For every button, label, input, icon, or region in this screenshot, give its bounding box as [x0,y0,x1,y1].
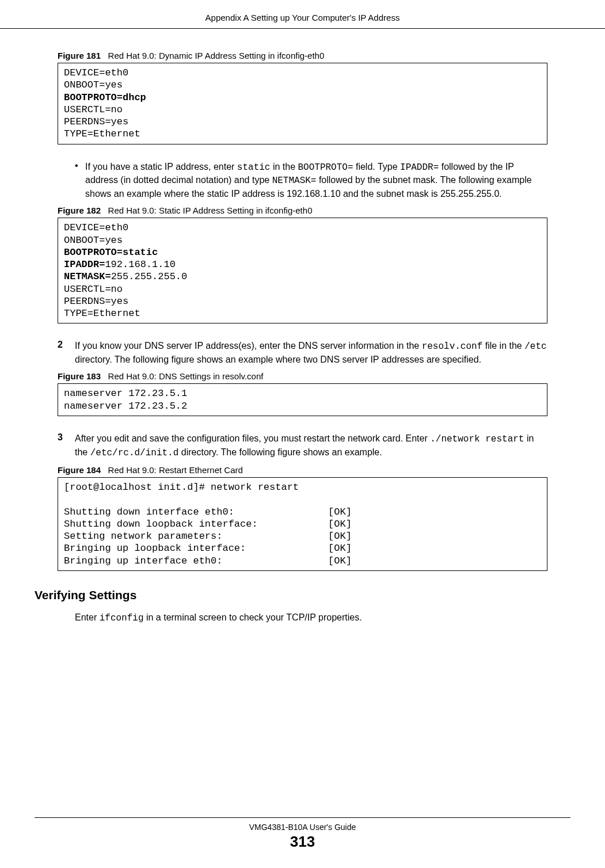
text: directory. The following figure shows an… [178,447,382,457]
code-line: ONBOOT=yes [64,235,123,246]
footer-rule [35,817,570,818]
code-line: Setting network parameters: [OK] [64,531,352,542]
header-title: Appendix A Setting up Your Computer's IP… [0,0,605,22]
code-line: Shutting down loopback interface: [OK] [64,519,352,530]
figure-181-caption: Figure 181 Red Hat 9.0: Dynamic IP Addre… [58,51,547,60]
code-inline: ifconfig [100,613,144,623]
figure-183-code: nameserver 172.23.5.1 nameserver 172.23.… [58,383,547,416]
figure-183-num: Figure 183 [58,371,101,381]
code-line: NETMASK= [64,271,111,282]
figure-183-title: Red Hat 9.0: DNS Settings in resolv.conf [108,371,264,381]
code-line: TYPE=Ethernet [64,308,140,319]
figure-184-num: Figure 184 [58,465,101,475]
code-line: 255.255.255.0 [111,271,188,282]
footer-guide-name: VMG4381-B10A User's Guide [0,823,605,832]
code-line: ONBOOT=yes [64,79,123,90]
text: After you edit and save the configuratio… [75,433,430,443]
code-line: Bringing up interface eth0: [OK] [64,555,352,566]
verifying-settings-heading: Verifying Settings [35,588,547,602]
code-line: TYPE=Ethernet [64,128,140,139]
footer-page-number: 313 [0,833,605,851]
step-2: 2 If you know your DNS server IP address… [58,340,547,366]
bullet-text: If you have a static IP address, enter s… [85,161,547,200]
code-line: Bringing up loopback interface: [OK] [64,543,352,554]
code-line: PEERDNS=yes [64,296,128,307]
figure-184-caption: Figure 184 Red Hat 9.0: Restart Ethernet… [58,465,547,475]
figure-181-title: Red Hat 9.0: Dynamic IP Address Setting … [108,51,325,60]
code-inline: IPADDR= [400,162,439,173]
figure-181-code: DEVICE=eth0 ONBOOT=yes BOOTPROTO=dhcp US… [58,63,547,144]
code-inline: /etc/rc.d/init.d [90,448,179,458]
bullet-static-ip: • If you have a static IP address, enter… [75,161,547,200]
text: directory. The following figure shows an… [75,355,481,364]
code-inline: ./network restart [430,434,524,444]
page-footer: VMG4381-B10A User's Guide 313 [0,817,605,851]
step-3-text: After you edit and save the configuratio… [75,432,547,459]
code-line: Shutting down interface eth0: [OK] [64,507,352,517]
figure-184-title: Red Hat 9.0: Restart Ethernet Card [108,465,243,475]
step-3-num: 3 [58,432,75,459]
code-line: PEERDNS=yes [64,116,128,127]
text: in a terminal screen to check your TCP/I… [144,612,362,622]
page-content: Figure 181 Red Hat 9.0: Dynamic IP Addre… [0,29,605,623]
code-line: BOOTPROTO=static [64,247,158,258]
bullet-marker: • [75,161,85,200]
code-line: BOOTPROTO=dhcp [64,92,146,103]
text: If you have a static IP address, enter [85,162,237,172]
code-inline: BOOTPROTO= [298,162,353,173]
figure-182-num: Figure 182 [58,205,101,215]
text: If you know your DNS server IP address(e… [75,341,422,351]
code-line: [root@localhost init.d]# network restart [64,482,299,493]
step-2-text: If you know your DNS server IP address(e… [75,340,547,366]
text: field. Type [353,162,401,172]
figure-182-caption: Figure 182 Red Hat 9.0: Static IP Addres… [58,205,547,215]
code-line: 192.168.1.10 [105,259,175,270]
code-line: nameserver 172.23.5.2 [64,401,187,412]
text: file in the [482,341,524,351]
code-line: DEVICE=eth0 [64,67,128,78]
figure-183-caption: Figure 183 Red Hat 9.0: DNS Settings in … [58,371,547,381]
step-3: 3 After you edit and save the configurat… [58,432,547,459]
step-2-num: 2 [58,340,75,366]
code-inline: /etc [524,341,546,352]
code-line: DEVICE=eth0 [64,222,128,233]
code-line: USERCTL=no [64,284,123,295]
figure-182-title: Red Hat 9.0: Static IP Address Setting i… [108,205,313,215]
text: Enter [75,612,100,622]
code-inline: NETMASK= [272,176,317,186]
code-line: USERCTL=no [64,104,123,115]
code-line: IPADDR= [64,259,105,270]
figure-181-num: Figure 181 [58,51,101,60]
code-inline: resolv.conf [422,341,483,352]
code-line: nameserver 172.23.5.1 [64,388,187,399]
text: in the [270,162,298,172]
figure-182-code: DEVICE=eth0 ONBOOT=yes BOOTPROTO=static … [58,218,547,323]
verifying-settings-text: Enter ifconfig in a terminal screen to c… [75,612,547,623]
figure-184-code: [root@localhost init.d]# network restart… [58,477,547,571]
code-inline: static [237,162,271,173]
